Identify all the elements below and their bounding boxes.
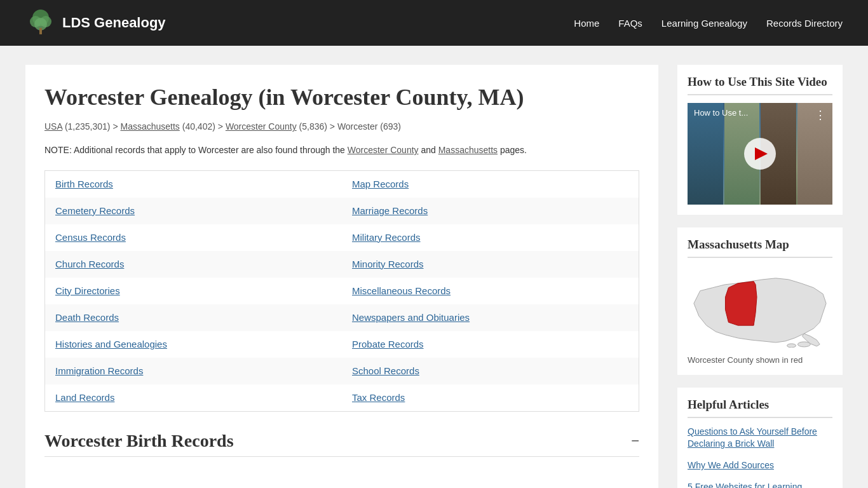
breadcrumb-massachusetts[interactable]: Massachusetts (120, 121, 179, 132)
record-link-right[interactable]: Military Records (352, 232, 421, 243)
article-link[interactable]: Questions to Ask Yourself Before Declari… (688, 426, 832, 451)
svg-point-6 (797, 342, 810, 347)
record-link-left[interactable]: Histories and Genealogies (55, 339, 167, 349)
record-link-left[interactable]: Census Records (55, 232, 126, 243)
record-link-left[interactable]: Birth Records (55, 179, 113, 189)
table-cell-left: Death Records (45, 304, 342, 331)
video-overlay (688, 103, 832, 205)
breadcrumb: USA (1,235,301) > Massachusetts (40,402)… (44, 121, 639, 132)
nav-learning[interactable]: Learning Genealogy (661, 18, 747, 29)
table-row: Census Records Military Records (45, 224, 639, 251)
table-cell-left: Cemetery Records (45, 198, 342, 224)
table-cell-left: Histories and Genealogies (45, 331, 342, 358)
table-cell-left: City Directories (45, 278, 342, 304)
articles-section: Helpful Articles Questions to Ask Yourse… (677, 388, 843, 488)
breadcrumb-usa-count: (1,235,301) (65, 121, 111, 132)
table-row: Immigration Records School Records (45, 358, 639, 384)
table-cell-left: Census Records (45, 224, 342, 251)
record-link-left[interactable]: Church Records (55, 259, 124, 269)
table-row: Histories and Genealogies Probate Record… (45, 331, 639, 358)
nav-faqs[interactable]: FAQs (618, 18, 642, 29)
svg-point-7 (787, 344, 796, 348)
video-menu-icon[interactable]: ⋮ (815, 108, 826, 122)
record-link-left[interactable]: City Directories (55, 285, 120, 296)
logo-tree-icon (25, 8, 56, 38)
site-header: LDS Genealogy Home FAQs Learning Genealo… (0, 0, 868, 46)
video-section-title: How to Use This Site Video (688, 75, 832, 95)
table-row: Birth Records Map Records (45, 170, 639, 198)
breadcrumb-usa[interactable]: USA (44, 121, 62, 132)
articles-section-title: Helpful Articles (688, 398, 832, 418)
page-wrap: Worcester Genealogy (in Worcester County… (0, 46, 868, 488)
video-title-label: How to Use t... (694, 108, 748, 118)
table-row: Land Records Tax Records (45, 384, 639, 412)
logo[interactable]: LDS Genealogy (25, 8, 166, 38)
map-section-title: Massachusetts Map (688, 238, 832, 258)
record-link-left[interactable]: Death Records (55, 312, 119, 323)
video-section: How to Use This Site Video How to Use t.… (677, 65, 843, 215)
table-cell-left: Immigration Records (45, 358, 342, 384)
table-row: Church Records Minority Records (45, 251, 639, 278)
breadcrumb-county-count: (5,836) (299, 121, 327, 132)
table-cell-left: Birth Records (45, 170, 342, 198)
article-link[interactable]: 5 Free Websites for Learning Genealogy R… (688, 481, 832, 488)
table-cell-left: Land Records (45, 384, 342, 412)
table-cell-right: Minority Records (342, 251, 639, 278)
note-county-link[interactable]: Worcester County (348, 145, 419, 155)
nav-home[interactable]: Home (574, 18, 599, 29)
collapse-button[interactable]: − (631, 433, 639, 449)
table-cell-right: Miscellaneous Records (342, 278, 639, 304)
play-icon (755, 147, 768, 160)
record-link-left[interactable]: Immigration Records (55, 365, 143, 376)
map-caption: Worcester County shown in red (688, 355, 832, 365)
table-cell-right: Tax Records (342, 384, 639, 412)
record-link-right[interactable]: Minority Records (352, 259, 424, 269)
table-cell-right: Military Records (342, 224, 639, 251)
nav-records[interactable]: Records Directory (766, 18, 843, 29)
page-title: Worcester Genealogy (in Worcester County… (44, 84, 639, 111)
table-cell-right: School Records (342, 358, 639, 384)
record-link-right[interactable]: School Records (352, 365, 419, 376)
breadcrumb-city: Worcester (693) (337, 121, 401, 132)
record-link-right[interactable]: Tax Records (352, 392, 405, 403)
svg-rect-4 (39, 28, 42, 34)
sidebar: How to Use This Site Video How to Use t.… (677, 65, 843, 488)
record-link-right[interactable]: Marriage Records (352, 205, 428, 216)
table-cell-left: Church Records (45, 251, 342, 278)
note-text: NOTE: Additional records that apply to W… (44, 143, 639, 157)
table-cell-right: Probate Records (342, 331, 639, 358)
table-row: City Directories Miscellaneous Records (45, 278, 639, 304)
ma-map-svg (688, 266, 832, 348)
birth-records-heading: Worcester Birth Records (44, 431, 234, 451)
play-button[interactable] (744, 138, 776, 170)
content-area: Worcester Genealogy (in Worcester County… (0, 46, 868, 488)
table-cell-right: Newspapers and Obituaries (342, 304, 639, 331)
table-cell-right: Marriage Records (342, 198, 639, 224)
breadcrumb-county[interactable]: Worcester County (226, 121, 297, 132)
record-link-right[interactable]: Newspapers and Obituaries (352, 312, 470, 323)
records-table: Birth Records Map Records Cemetery Recor… (44, 170, 639, 412)
record-link-left[interactable]: Land Records (55, 392, 114, 403)
record-link-right[interactable]: Miscellaneous Records (352, 285, 451, 296)
map-section: Massachusetts Map (677, 227, 843, 375)
table-cell-right: Map Records (342, 170, 639, 198)
articles-list: Questions to Ask Yourself Before Declari… (688, 426, 832, 488)
massachusetts-map[interactable] (688, 266, 832, 350)
birth-records-section: Worcester Birth Records − (44, 431, 639, 457)
table-row: Death Records Newspapers and Obituaries (45, 304, 639, 331)
record-link-left[interactable]: Cemetery Records (55, 205, 135, 216)
video-thumbnail[interactable]: How to Use t... ⋮ (688, 103, 832, 205)
note-ma-link[interactable]: Massachusetts (438, 145, 498, 155)
table-row: Cemetery Records Marriage Records (45, 198, 639, 224)
main-column: Worcester Genealogy (in Worcester County… (25, 65, 658, 488)
main-nav: Home FAQs Learning Genealogy Records Dir… (574, 18, 843, 29)
record-link-right[interactable]: Map Records (352, 179, 409, 189)
article-link[interactable]: Why We Add Sources (688, 459, 832, 472)
logo-text: LDS Genealogy (62, 15, 166, 31)
record-link-right[interactable]: Probate Records (352, 339, 424, 349)
breadcrumb-ma-count: (40,402) (182, 121, 215, 132)
